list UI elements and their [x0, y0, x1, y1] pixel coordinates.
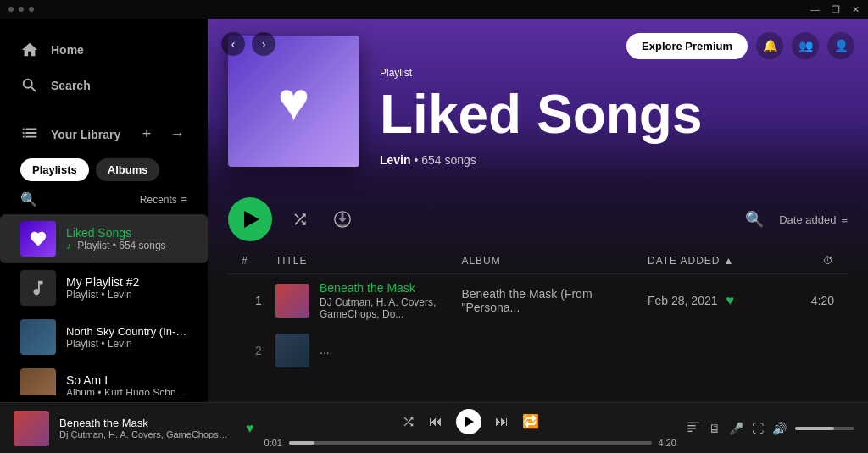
progress-bar[interactable]	[289, 441, 652, 445]
np-total-time: 4:20	[659, 438, 676, 448]
sidebar-library: Your Library + → Playlists Albums 🔍 Rece…	[0, 117, 208, 211]
col-duration: ⏱	[783, 255, 834, 267]
row-1-num: 1	[242, 294, 275, 307]
controls-right: 🔍 Date added ≡	[740, 205, 848, 234]
row-1-album: Beneath the Mask (From "Persona...	[462, 287, 648, 314]
hero-info: Playlist Liked Songs Levin • 654 songs	[380, 67, 703, 167]
library-item-liked-songs[interactable]: Liked Songs ♪ Playlist • 654 songs	[0, 214, 208, 263]
library-item-playlist2[interactable]: My Playlist #2 Playlist • Levin	[0, 263, 208, 312]
np-buttons: ⏮ ⏭ 🔁	[402, 409, 539, 434]
play-icon	[244, 211, 259, 228]
row-1-duration: 4:20	[783, 294, 834, 307]
add-library-button[interactable]: +	[136, 124, 157, 145]
titlebar: — ❐ ✕	[0, 0, 868, 19]
sidebar-nav: Home Search	[0, 25, 208, 110]
search-tracks-button[interactable]: 🔍	[740, 205, 769, 234]
playlist2-meta: Playlist • Levin	[66, 289, 139, 301]
filter-playlists-button[interactable]: Playlists	[20, 158, 89, 181]
search-icon	[20, 76, 39, 95]
hero-separator: •	[414, 153, 421, 167]
sidebar-home-label: Home	[51, 43, 84, 57]
np-shuffle-button[interactable]	[402, 415, 415, 428]
np-devices-button[interactable]: 🖥	[709, 422, 721, 435]
north-sky-meta: Playlist • Levin	[66, 338, 187, 350]
np-heart-button[interactable]: ♥	[246, 421, 254, 436]
north-sky-info: North Sky Country (In-Game) Playlist • L…	[66, 325, 187, 350]
library-item-so-am-i[interactable]: So Am I Album • Kurt Hugo Schneider	[0, 362, 208, 395]
hero-song-count: 654 songs	[421, 153, 476, 167]
table-row[interactable]: 1 Beneath the Mask DJ Cutman, H. A. Cove…	[228, 274, 848, 327]
library-item-north-sky[interactable]: North Sky Country (In-Game) Playlist • L…	[0, 312, 208, 362]
library-label: Your Library	[51, 128, 120, 141]
library-icon	[20, 124, 39, 145]
maximize-button[interactable]: ❐	[832, 4, 840, 15]
shuffle-button[interactable]	[286, 205, 314, 234]
sidebar-item-search[interactable]: Search	[10, 68, 198, 103]
date-added-control[interactable]: Date added ≡	[779, 213, 848, 226]
titlebar-dot	[29, 7, 34, 12]
progress-bar-fill	[289, 441, 314, 445]
volume-bar[interactable]	[795, 427, 854, 430]
volume-bar-fill	[795, 427, 834, 430]
np-repeat-button[interactable]: 🔁	[522, 413, 539, 429]
library-search-icon[interactable]: 🔍	[20, 191, 37, 207]
row-1-date: Feb 28, 2021 ♥	[648, 293, 783, 308]
liked-songs-meta: ♪ Playlist • 654 songs	[66, 240, 166, 251]
sidebar: Home Search Your L	[0, 19, 208, 402]
playlist2-name: My Playlist #2	[66, 275, 139, 289]
table-row-partial[interactable]: 2 ...	[228, 327, 848, 374]
titlebar-dot	[19, 7, 24, 12]
titlebar-dots	[8, 7, 34, 12]
friends-button[interactable]: 👥	[792, 32, 819, 59]
home-icon	[20, 41, 39, 59]
green-dot: ♪	[66, 240, 71, 251]
profile-button[interactable]: 👤	[827, 32, 854, 59]
back-button[interactable]: ‹	[221, 32, 245, 56]
explore-premium-button[interactable]: Explore Premium	[626, 33, 748, 59]
sidebar-item-home[interactable]: Home	[10, 32, 198, 68]
download-button[interactable]	[328, 205, 357, 234]
row-2-title-block: ...	[275, 334, 462, 367]
sidebar-search-label: Search	[51, 79, 91, 92]
hero-title: Liked Songs	[380, 87, 703, 141]
np-queue-button[interactable]	[687, 420, 700, 436]
recents-label: Recents	[140, 194, 177, 206]
controls-row: 🔍 Date added ≡	[228, 197, 848, 241]
minimize-button[interactable]: —	[810, 4, 820, 14]
np-next-button[interactable]: ⏭	[495, 414, 509, 429]
col-num: #	[242, 255, 275, 267]
np-play-pause-button[interactable]	[456, 409, 481, 434]
north-sky-name: North Sky Country (In-Game)	[66, 325, 187, 338]
liked-songs-info: Liked Songs ♪ Playlist • 654 songs	[66, 226, 166, 251]
now-playing-bar: Beneath the Mask Dj Cutman, H. A. Covers…	[0, 402, 868, 453]
np-title: Beneath the Mask	[59, 417, 229, 429]
np-right-controls: 🖥 🎤 ⛶ 🔊	[687, 420, 854, 436]
np-prev-button[interactable]: ⏮	[429, 414, 442, 429]
playlist2-info: My Playlist #2 Playlist • Levin	[66, 275, 139, 301]
row-2-title: ...	[320, 343, 330, 356]
library-header[interactable]: Your Library + →	[10, 117, 198, 152]
app-layout: Home Search Your L	[0, 19, 868, 402]
so-am-i-meta: Album • Kurt Hugo Schneider	[66, 387, 187, 395]
hero: ‹ › Explore Premium 🔔 👥 👤 ♥ Playlist Lik…	[208, 19, 868, 184]
np-play-icon	[465, 417, 474, 427]
close-button[interactable]: ✕	[852, 4, 860, 15]
filter-albums-button[interactable]: Albums	[96, 158, 160, 181]
np-mic-button[interactable]: 🎤	[729, 422, 743, 435]
recents-sort-icon: ≡	[181, 193, 187, 207]
notifications-button[interactable]: 🔔	[756, 32, 783, 59]
svg-rect-3	[687, 428, 695, 428]
so-am-i-thumb	[20, 368, 56, 395]
playlist2-thumb	[20, 270, 56, 306]
forward-button[interactable]: ›	[252, 32, 275, 56]
col-album: Album	[462, 255, 648, 267]
play-button[interactable]	[228, 197, 272, 241]
recents-button[interactable]: Recents ≡	[140, 193, 187, 207]
np-fullscreen-button[interactable]: ⛶	[752, 422, 764, 435]
col-title: Title	[275, 255, 462, 267]
np-volume-button[interactable]: 🔊	[772, 422, 787, 435]
expand-library-button[interactable]: →	[167, 124, 187, 145]
svg-rect-1	[687, 423, 698, 423]
sort-arrow: ▲	[723, 255, 734, 267]
row-1-title-block: Beneath the Mask DJ Cutman, H. A. Covers…	[275, 281, 462, 320]
